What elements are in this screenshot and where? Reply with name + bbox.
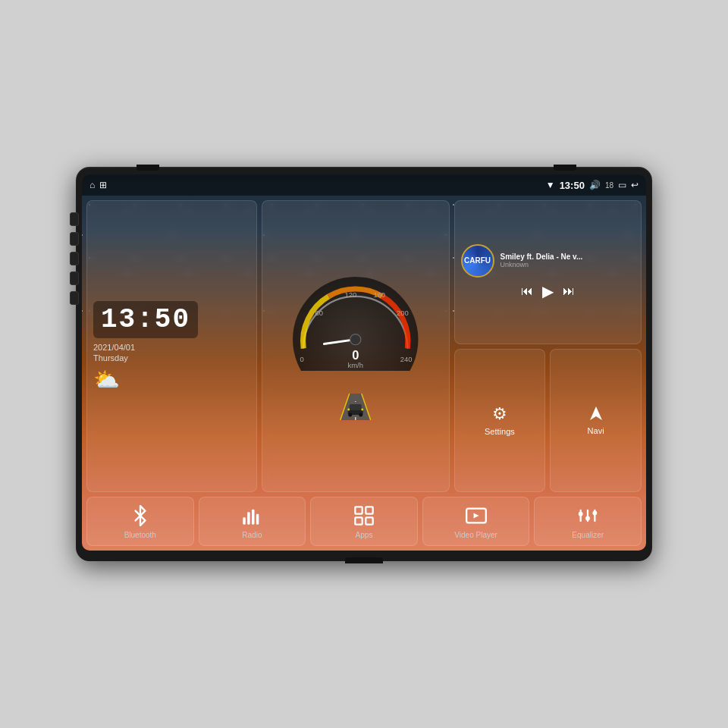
- svg-point-18: [359, 413, 362, 417]
- status-time: 13:50: [560, 180, 585, 191]
- power-button[interactable]: [70, 212, 79, 226]
- bottom-toolbar: Bluetooth Radio: [86, 497, 642, 546]
- navi-icon: [587, 405, 605, 423]
- svg-rect-28: [355, 517, 362, 524]
- radio-icon: [241, 505, 262, 526]
- apps-status-icon[interactable]: ⊞: [99, 180, 107, 190]
- wifi-icon: ▼: [546, 180, 555, 190]
- volume-icon: 🔊: [589, 180, 601, 190]
- svg-point-19: [347, 409, 350, 411]
- prev-button[interactable]: ⏮: [521, 284, 533, 298]
- video-label: Video Player: [454, 531, 497, 539]
- apps-label: Apps: [356, 531, 373, 539]
- svg-rect-26: [355, 507, 362, 513]
- svg-text:60: 60: [315, 309, 324, 317]
- svg-rect-27: [366, 507, 372, 513]
- svg-text:0: 0: [352, 348, 359, 362]
- svg-marker-21: [590, 406, 602, 420]
- bottom-notch: [345, 557, 383, 563]
- equalizer-button[interactable]: Equalizer: [534, 497, 642, 546]
- svg-point-35: [585, 516, 590, 521]
- clock-display: 13:50: [93, 301, 198, 338]
- svg-rect-23: [248, 512, 251, 524]
- window-icon: ▭: [618, 180, 626, 190]
- volume-level: 18: [605, 181, 613, 190]
- apps-icon: [353, 505, 375, 526]
- clock-time: 13:50: [101, 304, 190, 335]
- svg-rect-22: [243, 517, 246, 524]
- weather-icon: ⛅: [93, 367, 120, 392]
- vol-up-button[interactable]: [70, 271, 79, 285]
- navi-label: Navi: [588, 426, 604, 435]
- status-right: ▼ 13:50 🔊 18 ▭ ↩: [546, 180, 639, 191]
- top-notch-left: [136, 165, 159, 171]
- svg-text:240: 240: [400, 355, 413, 363]
- svg-marker-31: [473, 513, 479, 519]
- side-buttons: [70, 212, 79, 305]
- bluetooth-label: Bluetooth: [124, 531, 156, 539]
- back-status-icon[interactable]: ↩: [631, 180, 639, 190]
- status-bar: ⌂ ⊞ ▼ 13:50 🔊 18 ▭ ↩: [82, 174, 646, 196]
- svg-text:0: 0: [300, 355, 303, 363]
- svg-point-33: [579, 512, 583, 516]
- screen: ⌂ ⊞ ▼ 13:50 🔊 18 ▭ ↩ 13:50: [82, 174, 646, 551]
- music-controls: ⏮ ▶ ⏭: [461, 282, 635, 300]
- clock-min: 50: [155, 304, 190, 335]
- music-widget: CARFU Smiley ft. Delia - Ne v... Unknown…: [454, 200, 642, 344]
- svg-rect-24: [252, 510, 255, 525]
- apps-button[interactable]: Apps: [310, 497, 418, 546]
- top-notch-right: [554, 165, 576, 171]
- right-col: CARFU Smiley ft. Delia - Ne v... Unknown…: [454, 200, 642, 492]
- top-widgets: 13:50 2021/04/01 Thursday ⛅: [86, 200, 642, 492]
- video-icon: [466, 505, 487, 526]
- device-shell: ⌂ ⊞ ▼ 13:50 🔊 18 ▭ ↩ 13:50: [76, 167, 652, 561]
- road-svg: [265, 371, 446, 420]
- svg-text:120: 120: [345, 290, 357, 299]
- music-title: Smiley ft. Delia - Ne v...: [500, 253, 635, 261]
- radio-label: Radio: [242, 531, 262, 539]
- settings-icon: ⚙: [492, 404, 507, 424]
- clock-widget: 13:50 2021/04/01 Thursday ⛅: [86, 200, 257, 492]
- content: 13:50 2021/04/01 Thursday ⛅: [82, 196, 646, 551]
- music-text: Smiley ft. Delia - Ne v... Unknown: [500, 253, 635, 268]
- svg-point-37: [593, 511, 598, 516]
- speedometer-svg: 0 60 120 160 200 240 0 km/h: [265, 272, 446, 371]
- equalizer-icon: [577, 505, 598, 526]
- bluetooth-icon: [130, 505, 151, 526]
- status-left: ⌂ ⊞: [89, 180, 107, 190]
- album-art: CARFU: [461, 244, 494, 278]
- home-status-icon[interactable]: ⌂: [89, 180, 95, 190]
- speed-widget: 0 60 120 160 200 240 0 km/h: [262, 200, 450, 492]
- settings-label: Settings: [485, 427, 515, 436]
- home-side-button[interactable]: [70, 232, 79, 246]
- clock-colon: :: [136, 304, 155, 335]
- vol-down-button[interactable]: [70, 291, 79, 305]
- music-info: CARFU Smiley ft. Delia - Ne v... Unknown: [461, 244, 635, 278]
- svg-rect-29: [366, 517, 372, 524]
- svg-point-17: [348, 413, 352, 417]
- clock-hour: 13: [101, 304, 136, 335]
- svg-text:160: 160: [373, 290, 385, 299]
- album-art-text: CARFU: [464, 256, 491, 265]
- music-artist: Unknown: [500, 261, 635, 268]
- clock-date: 2021/04/01: [93, 343, 135, 352]
- equalizer-label: Equalizer: [572, 531, 604, 539]
- settings-widget[interactable]: ⚙ Settings: [454, 349, 546, 493]
- next-button[interactable]: ⏭: [563, 284, 575, 298]
- clock-day: Thursday: [93, 353, 128, 362]
- navi-widget[interactable]: Navi: [550, 349, 642, 493]
- svg-point-20: [361, 409, 363, 411]
- settings-navi-row: ⚙ Settings Navi: [454, 349, 642, 493]
- svg-rect-25: [256, 514, 259, 525]
- back-side-button[interactable]: [70, 252, 79, 265]
- svg-rect-16: [350, 404, 362, 410]
- bluetooth-button[interactable]: Bluetooth: [86, 497, 194, 546]
- svg-point-8: [350, 334, 361, 345]
- svg-text:200: 200: [397, 309, 409, 317]
- video-player-button[interactable]: Video Player: [422, 497, 530, 546]
- svg-text:km/h: km/h: [348, 361, 363, 369]
- radio-button[interactable]: Radio: [199, 497, 306, 546]
- play-button[interactable]: ▶: [542, 282, 554, 300]
